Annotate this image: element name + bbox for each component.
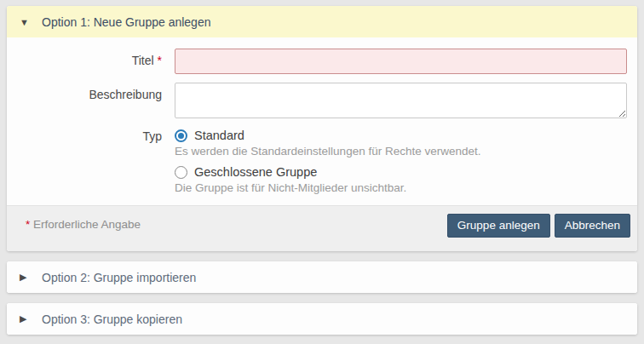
titel-label: Titel * xyxy=(7,49,175,74)
accordion: ▼ Option 1: Neue Gruppe anlegen Titel * … xyxy=(7,6,637,335)
caret-down-icon: ▼ xyxy=(20,17,31,27)
accordion-title-option3: Option 3: Gruppe kopieren xyxy=(42,312,182,326)
beschreibung-row: Beschreibung xyxy=(7,83,637,118)
radio-option-geschlossene-gruppe[interactable]: Geschlossene Gruppe xyxy=(175,165,627,179)
accordion-header-option2[interactable]: ▶ Option 2: Gruppe importieren xyxy=(7,261,637,293)
panel-option3: ▶ Option 3: Gruppe kopieren xyxy=(7,303,637,335)
panel-option2: ▶ Option 2: Gruppe importieren xyxy=(7,261,637,293)
required-asterisk: * xyxy=(158,54,162,67)
accordion-title-option2: Option 2: Gruppe importieren xyxy=(42,271,196,284)
cancel-button[interactable]: Abbrechen xyxy=(555,214,630,238)
panel-option1: ▼ Option 1: Neue Gruppe anlegen Titel * … xyxy=(7,6,637,251)
beschreibung-textarea[interactable] xyxy=(175,83,627,118)
titel-label-text: Titel xyxy=(132,54,154,67)
beschreibung-label-text: Beschreibung xyxy=(89,88,162,101)
titel-control xyxy=(175,49,627,74)
create-group-form: Titel * Beschreibung Typ xyxy=(7,37,637,205)
required-asterisk: * xyxy=(26,218,30,231)
radio-selected-icon[interactable] xyxy=(175,129,187,142)
caret-right-icon: ▶ xyxy=(20,272,31,283)
typ-label: Typ xyxy=(7,129,175,194)
accordion-title-option1: Option 1: Neue Gruppe anlegen xyxy=(42,15,210,29)
radio-label-geschlossene-gruppe: Geschlossene Gruppe xyxy=(194,165,317,179)
titel-row: Titel * xyxy=(7,49,637,74)
beschreibung-control xyxy=(175,83,627,118)
typ-label-text: Typ xyxy=(142,129,162,143)
accordion-header-option3[interactable]: ▶ Option 3: Gruppe kopieren xyxy=(7,303,637,335)
caret-right-icon: ▶ xyxy=(20,313,31,324)
beschreibung-label: Beschreibung xyxy=(7,83,175,118)
radio-option-standard[interactable]: Standard xyxy=(175,129,627,142)
create-group-button[interactable]: Gruppe anlegen xyxy=(447,214,550,238)
typ-options: Standard Es werden die Standardeinstellu… xyxy=(175,129,627,194)
hint-standard: Es werden die Standardeinstellungen für … xyxy=(175,145,627,158)
required-note-text: Erforderliche Angabe xyxy=(33,218,141,231)
accordion-header-option1[interactable]: ▼ Option 1: Neue Gruppe anlegen xyxy=(7,6,637,37)
required-note: * Erforderliche Angabe xyxy=(26,214,141,231)
titel-input[interactable] xyxy=(175,49,627,74)
hint-geschlossene-gruppe: Die Gruppe ist für Nicht-Mitglieder unsi… xyxy=(175,181,627,194)
radio-unselected-icon[interactable] xyxy=(175,166,187,179)
radio-label-standard: Standard xyxy=(194,129,244,142)
typ-row: Typ Standard Es werden die Standardeinst… xyxy=(7,129,637,194)
form-footer: * Erforderliche Angabe Gruppe anlegen Ab… xyxy=(7,205,637,251)
